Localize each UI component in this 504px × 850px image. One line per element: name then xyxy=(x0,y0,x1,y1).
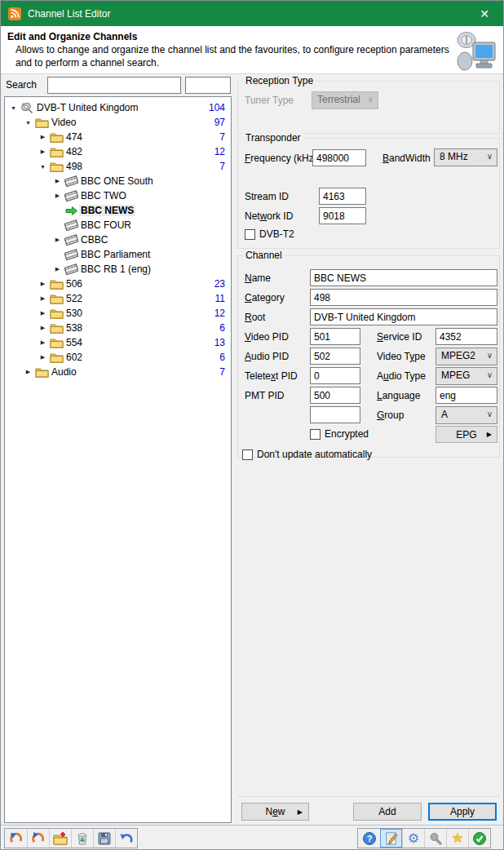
stream-id-input[interactable] xyxy=(319,188,366,205)
tree-item-label[interactable]: 538 xyxy=(64,322,84,334)
expander-closed-icon[interactable]: ▶ xyxy=(38,134,48,140)
tree-item-bbc-one-south[interactable]: ▶BBC ONE South xyxy=(5,174,231,188)
video-pid-input[interactable] xyxy=(310,328,360,345)
tree-item-506[interactable]: ▶50623 xyxy=(5,277,231,291)
tree-item-label[interactable]: DVB-T United Kingdom xyxy=(35,102,140,113)
tree-item-482[interactable]: ▶48212 xyxy=(5,144,231,159)
tree-item-label[interactable]: BBC RB 1 (eng) xyxy=(79,263,153,275)
expander-closed-icon[interactable]: ▶ xyxy=(38,339,48,346)
expander-closed-icon[interactable]: ▶ xyxy=(38,310,48,317)
expander-closed-icon[interactable]: ▶ xyxy=(38,295,48,302)
tree-item-label[interactable]: 482 xyxy=(64,146,84,157)
tree-item-label[interactable]: 554 xyxy=(64,337,84,348)
tree-item-video[interactable]: ▼Video97 xyxy=(5,115,231,130)
tree-item-label[interactable]: BBC FOUR xyxy=(79,219,133,231)
tree-item-530[interactable]: ▶53012 xyxy=(5,306,231,321)
pmt-pid-input[interactable] xyxy=(310,387,360,404)
tree-item-label[interactable]: 530 xyxy=(64,308,84,319)
tree-item-audio[interactable]: ▶Audio7 xyxy=(5,365,231,379)
tree-item-554[interactable]: ▶55413 xyxy=(5,335,231,350)
tree-item-bbc-four[interactable]: BBC FOUR xyxy=(5,218,231,232)
video-type-select[interactable]: MPEG2 xyxy=(435,348,497,365)
epg-button[interactable]: EPG ▶ xyxy=(435,426,497,443)
tree-item-label[interactable]: Audio xyxy=(50,366,78,378)
add-button[interactable]: Add xyxy=(353,803,422,821)
teletext-pid-input[interactable] xyxy=(310,367,360,384)
tree-item-label[interactable]: 474 xyxy=(64,131,84,143)
audio-pid-input[interactable] xyxy=(310,348,360,365)
expander-closed-icon[interactable]: ▶ xyxy=(52,193,63,199)
group-select[interactable]: A xyxy=(435,406,497,424)
tree-item-bbc-two[interactable]: ▶BBC TWO xyxy=(5,188,231,203)
encrypted-checkbox-row[interactable]: Encrypted xyxy=(310,428,369,440)
tree-item-label[interactable]: 602 xyxy=(64,352,84,363)
audio-type-select[interactable]: MPEG xyxy=(435,367,497,385)
tree-item-label[interactable]: BBC ONE South xyxy=(79,175,155,187)
delete-icon[interactable] xyxy=(71,829,93,848)
tree-item-498[interactable]: ▼4987 xyxy=(5,159,231,174)
tree-item-label[interactable]: 522 xyxy=(64,293,84,304)
tree-item-label[interactable]: 498 xyxy=(64,161,84,172)
tree-item-bbc-rb-1-eng-[interactable]: ▶BBC RB 1 (eng) xyxy=(5,262,231,277)
new-button[interactable]: New ▶ xyxy=(241,803,309,821)
dvbt2-checkbox-row[interactable]: DVB-T2 xyxy=(245,228,294,240)
save-icon[interactable] xyxy=(93,829,115,848)
expander-open-icon[interactable]: ▼ xyxy=(23,120,33,126)
tree-item-label[interactable]: Video xyxy=(50,117,77,128)
tree-item-602[interactable]: ▶6026 xyxy=(5,350,231,365)
reload-icon[interactable] xyxy=(5,829,27,848)
name-input[interactable] xyxy=(310,269,497,286)
bandwidth-select[interactable]: 8 MHz xyxy=(434,148,497,166)
expander-closed-icon[interactable]: ▶ xyxy=(38,148,48,155)
pcr-pid-input[interactable] xyxy=(310,406,360,423)
apply-button[interactable]: Apply xyxy=(428,803,497,821)
tree-item-label[interactable]: CBBC xyxy=(79,234,109,246)
expander-closed-icon[interactable]: ▶ xyxy=(52,266,63,272)
reload-alt-icon[interactable] xyxy=(27,829,49,848)
network-id-input[interactable] xyxy=(319,207,366,224)
help-icon[interactable]: ? xyxy=(358,829,380,848)
tree-item-bbc-parliament[interactable]: BBC Parliament xyxy=(5,247,231,262)
edit-channel-icon[interactable] xyxy=(380,829,402,848)
tree-item-label[interactable]: BBC NEWS xyxy=(79,205,135,216)
svg-text:?: ? xyxy=(366,834,372,843)
search-tool-icon[interactable] xyxy=(424,829,446,848)
ok-icon[interactable] xyxy=(468,829,490,848)
tree-item-bbc-news[interactable]: BBC NEWS xyxy=(5,203,231,218)
search-input[interactable] xyxy=(47,77,181,94)
tree-item-dvb-t-united-kingdom[interactable]: ▼DVB-T United Kingdom104 xyxy=(5,100,231,115)
tree-item-538[interactable]: ▶5386 xyxy=(5,321,231,335)
search-count-field[interactable] xyxy=(185,77,231,94)
expander-closed-icon[interactable]: ▶ xyxy=(52,178,63,184)
expander-closed-icon[interactable]: ▶ xyxy=(23,369,33,375)
expander-closed-icon[interactable]: ▶ xyxy=(52,237,63,243)
dont-update-checkbox-row[interactable]: Don't update automatically xyxy=(242,449,372,460)
encrypted-checkbox[interactable] xyxy=(310,429,321,440)
add-folder-icon[interactable] xyxy=(49,829,71,848)
tree-item-count: 7 xyxy=(219,366,231,378)
close-icon[interactable]: ✕ xyxy=(466,1,503,26)
root-input[interactable] xyxy=(310,308,497,325)
tree-item-label[interactable]: 506 xyxy=(64,278,84,290)
tree-item-cbbc[interactable]: ▶CBBC xyxy=(5,232,231,247)
expander-closed-icon[interactable]: ▶ xyxy=(38,325,48,331)
film-icon xyxy=(63,190,79,201)
service-id-input[interactable] xyxy=(435,328,497,345)
expander-open-icon[interactable]: ▼ xyxy=(38,164,48,170)
tree-item-522[interactable]: ▶52211 xyxy=(5,291,231,306)
favorites-icon[interactable]: ★ xyxy=(446,829,468,848)
expander-closed-icon[interactable]: ▶ xyxy=(38,354,48,361)
dont-update-checkbox[interactable] xyxy=(242,449,253,460)
tree-item-label[interactable]: BBC TWO xyxy=(79,190,128,201)
dvbt2-checkbox[interactable] xyxy=(245,229,255,240)
language-input[interactable] xyxy=(435,387,497,404)
undo-icon[interactable] xyxy=(115,829,137,848)
expander-closed-icon[interactable]: ▶ xyxy=(38,281,48,287)
settings-icon[interactable]: ⚙ xyxy=(402,829,424,848)
tree-item-474[interactable]: ▶4747 xyxy=(5,130,231,144)
film-icon xyxy=(63,263,79,275)
frequency-input[interactable] xyxy=(312,149,366,166)
expander-open-icon[interactable]: ▼ xyxy=(8,105,19,111)
tree-item-label[interactable]: BBC Parliament xyxy=(79,249,152,260)
category-input[interactable] xyxy=(310,289,497,306)
